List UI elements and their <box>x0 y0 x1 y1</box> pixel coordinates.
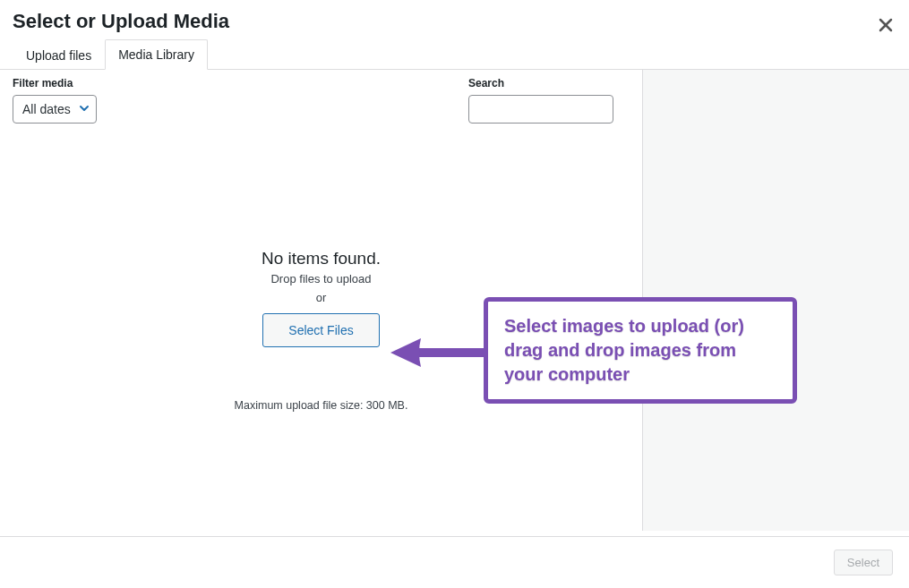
media-modal: Select or Upload Media Upload files Medi… <box>0 0 909 588</box>
filter-media-label: Filter media <box>13 77 97 89</box>
modal-header: Select or Upload Media <box>0 0 909 34</box>
tabs: Upload files Media Library <box>0 39 909 70</box>
modal-title: Select or Upload Media <box>13 9 896 34</box>
select-files-button[interactable]: Select Files <box>262 313 379 347</box>
select-button[interactable]: Select <box>834 550 893 575</box>
annotation-callout: Select images to upload (or) drag and dr… <box>484 297 797 404</box>
empty-drop-hint: Drop files to upload <box>0 272 642 285</box>
tab-upload-files[interactable]: Upload files <box>13 40 105 70</box>
search-group: Search <box>468 77 613 124</box>
close-icon <box>879 18 893 32</box>
empty-title: No items found. <box>0 249 642 268</box>
filter-dates-select-wrap: All dates <box>13 95 97 124</box>
search-input[interactable] <box>468 95 613 124</box>
search-label: Search <box>468 77 613 89</box>
tab-media-library[interactable]: Media Library <box>105 39 208 70</box>
filters-row: Filter media All dates Search <box>0 70 642 124</box>
filter-media-group: Filter media All dates <box>13 77 97 124</box>
close-button[interactable] <box>875 14 896 36</box>
filter-dates-select[interactable]: All dates <box>13 95 97 124</box>
modal-footer: Select <box>0 536 909 588</box>
annotation-text: Select images to upload (or) drag and dr… <box>504 314 776 387</box>
